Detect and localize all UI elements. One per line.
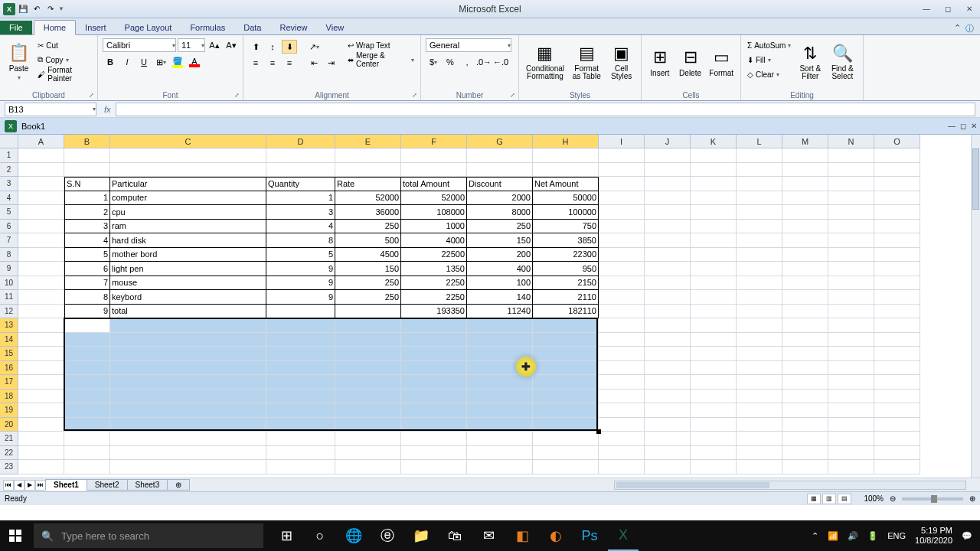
cell-N19[interactable]	[828, 403, 874, 418]
row-header-14[interactable]: 14	[0, 333, 18, 347]
vertical-scrollbar[interactable]	[971, 135, 980, 478]
cell-N14[interactable]	[828, 333, 874, 347]
cell-C21[interactable]	[110, 432, 266, 446]
cell-D5[interactable]: 3	[266, 205, 335, 220]
cell-L7[interactable]	[737, 233, 782, 248]
cell-O18[interactable]	[874, 390, 920, 404]
cell-A16[interactable]	[18, 361, 64, 376]
paste-button[interactable]: 📋 Paste ▾	[5, 38, 33, 86]
row-header-8[interactable]: 8	[0, 248, 18, 262]
cell-J4[interactable]	[645, 191, 691, 206]
zoom-in-button[interactable]: ⊕	[969, 494, 975, 503]
cell-N10[interactable]	[828, 276, 874, 291]
cell-N8[interactable]	[828, 248, 874, 262]
cell-A11[interactable]	[18, 290, 64, 305]
cell-H1[interactable]	[533, 148, 599, 163]
cell-M22[interactable]	[782, 446, 828, 461]
cell-N5[interactable]	[828, 205, 874, 220]
cell-G3[interactable]: Discount	[467, 177, 533, 191]
cell-J3[interactable]	[645, 177, 691, 191]
cell-H21[interactable]	[533, 432, 599, 446]
cell-K10[interactable]	[691, 276, 737, 291]
cell-O9[interactable]	[874, 262, 920, 276]
cell-O7[interactable]	[874, 233, 920, 248]
clipboard-launcher-icon[interactable]: ⤢	[89, 92, 95, 98]
cell-K3[interactable]	[691, 177, 737, 191]
cell-L17[interactable]	[737, 375, 782, 390]
align-middle-button[interactable]: ↕	[265, 40, 280, 54]
cell-D7[interactable]: 8	[266, 233, 335, 248]
col-header-K[interactable]: K	[691, 135, 737, 148]
cell-O22[interactable]	[874, 446, 920, 461]
cell-M12[interactable]	[782, 305, 828, 319]
cell-E6[interactable]: 250	[335, 220, 401, 234]
conditional-formatting-button[interactable]: ▦Conditional Formatting	[524, 38, 567, 86]
cell-B16[interactable]	[64, 361, 110, 376]
undo-icon[interactable]: ↶	[31, 3, 43, 15]
cortana-icon[interactable]: ○	[305, 520, 335, 551]
row-header-2[interactable]: 2	[0, 163, 18, 178]
store-icon[interactable]: 🛍	[439, 520, 470, 551]
autosum-button[interactable]: ΣAutoSum▾	[746, 38, 792, 52]
cell-J5[interactable]	[645, 205, 691, 220]
cell-E22[interactable]	[335, 446, 401, 461]
cell-E13[interactable]	[335, 318, 401, 333]
row-header-7[interactable]: 7	[0, 233, 18, 248]
cell-A6[interactable]	[18, 220, 64, 234]
cell-K12[interactable]	[691, 305, 737, 319]
cell-I1[interactable]	[599, 148, 645, 163]
align-right-button[interactable]: ≡	[282, 56, 297, 70]
col-header-N[interactable]: N	[828, 135, 874, 148]
cell-G1[interactable]	[467, 148, 533, 163]
cell-B17[interactable]	[64, 375, 110, 390]
cell-M19[interactable]	[782, 403, 828, 418]
cell-E8[interactable]: 4500	[335, 248, 401, 262]
cell-N18[interactable]	[828, 390, 874, 404]
app1-icon[interactable]: ◧	[507, 520, 537, 551]
cell-O10[interactable]	[874, 276, 920, 291]
cell-C9[interactable]: light pen	[110, 262, 266, 276]
hscroll-thumb[interactable]	[616, 482, 769, 488]
cell-H10[interactable]: 2150	[533, 276, 599, 291]
cell-M18[interactable]	[782, 390, 828, 404]
cell-N11[interactable]	[828, 290, 874, 305]
cell-M13[interactable]	[782, 318, 828, 333]
cell-H20[interactable]	[533, 418, 599, 432]
cell-D9[interactable]: 9	[266, 262, 335, 276]
cell-A12[interactable]	[18, 305, 64, 319]
cell-J22[interactable]	[645, 446, 691, 461]
cell-J10[interactable]	[645, 276, 691, 291]
fill-color-button[interactable]: 🪣	[170, 55, 185, 69]
cell-C12[interactable]: total	[110, 305, 266, 319]
cell-F1[interactable]	[401, 148, 467, 163]
cell-H11[interactable]: 2110	[533, 290, 599, 305]
taskbar-clock[interactable]: 5:19 PM 10/8/2020	[915, 526, 952, 546]
cell-O1[interactable]	[874, 148, 920, 163]
cell-G13[interactable]	[467, 318, 533, 333]
page-break-view-button[interactable]: ▤	[838, 494, 851, 504]
taskbar-search[interactable]: 🔍Type here to search	[34, 523, 263, 548]
cell-D11[interactable]: 9	[266, 290, 335, 305]
cell-H14[interactable]	[533, 333, 599, 347]
cell-E20[interactable]	[335, 418, 401, 432]
cell-B11[interactable]: 8	[64, 290, 110, 305]
cell-M20[interactable]	[782, 418, 828, 432]
cell-A2[interactable]	[18, 163, 64, 178]
row-header-6[interactable]: 6	[0, 220, 18, 234]
cell-I4[interactable]	[599, 191, 645, 206]
cell-A9[interactable]	[18, 262, 64, 276]
row-header-20[interactable]: 20	[0, 418, 18, 432]
cell-O8[interactable]	[874, 248, 920, 262]
cell-A17[interactable]	[18, 375, 64, 390]
copy-button[interactable]: ⧉Copy▾	[36, 53, 93, 67]
cell-C7[interactable]: hard disk	[110, 233, 266, 248]
comma-button[interactable]: ,	[459, 55, 475, 69]
cell-F23[interactable]	[401, 460, 467, 474]
tray-network-icon[interactable]: 📶	[828, 531, 838, 541]
cell-F16[interactable]	[401, 361, 467, 376]
delete-cells-button[interactable]: ⊟Delete	[677, 38, 704, 86]
cell-A21[interactable]	[18, 432, 64, 446]
cell-M3[interactable]	[782, 177, 828, 191]
decrease-indent-button[interactable]: ⇤	[306, 56, 322, 70]
cell-N1[interactable]	[828, 148, 874, 163]
